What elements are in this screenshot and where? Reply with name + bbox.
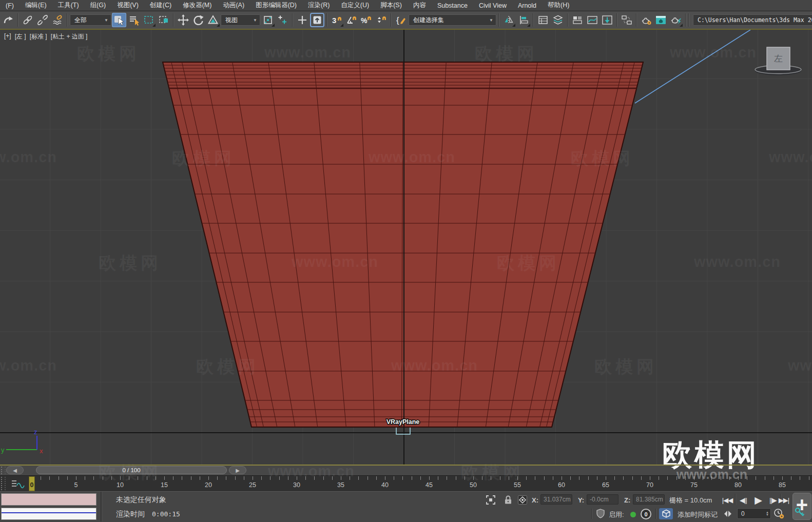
ruler-tick xyxy=(59,476,59,480)
viewcube-face-label[interactable]: 左 xyxy=(774,54,783,64)
use-pivot-center-button[interactable] xyxy=(261,13,275,27)
next-frame-arrow[interactable]: ▶ xyxy=(229,466,246,474)
keyboard-override-toggle[interactable] xyxy=(310,13,324,27)
key-mode-toggle[interactable] xyxy=(722,508,734,519)
menu-item-15[interactable]: Arnold xyxy=(512,2,542,9)
select-object-button[interactable] xyxy=(112,13,126,27)
time-configuration-button[interactable] xyxy=(773,508,785,520)
select-and-move-button[interactable] xyxy=(176,13,190,27)
menu-item-7[interactable]: 动画(A) xyxy=(217,1,250,10)
toggle-scene-explorer-button[interactable] xyxy=(536,13,550,27)
selection-lock-toggle[interactable] xyxy=(502,494,514,506)
ruler-tick xyxy=(667,476,668,480)
play-button[interactable]: ▶ xyxy=(750,494,766,506)
select-and-link-button[interactable] xyxy=(21,13,35,27)
named-selection-set-dropdown[interactable]: 创建选择集 ▼ xyxy=(409,14,496,26)
menu-item-8[interactable]: 图形编辑器(D) xyxy=(250,1,302,10)
curve-editor-button[interactable] xyxy=(585,13,600,27)
light-helper-line[interactable] xyxy=(635,30,750,103)
viewport-general-menu[interactable]: [+] xyxy=(4,32,11,41)
frame-spinner[interactable]: ▲▼ xyxy=(766,511,769,516)
add-time-tag-label[interactable]: 添加时间标记 xyxy=(678,510,718,519)
timeline-ruler[interactable]: 0510152025303540455055606570758085 xyxy=(0,475,812,491)
isolate-selection-toggle[interactable] xyxy=(485,494,497,506)
viewport-standard-menu[interactable]: [标准 ] xyxy=(30,32,47,41)
select-and-rotate-button[interactable] xyxy=(191,13,205,27)
ruler-label-30: 30 xyxy=(293,481,300,489)
coordinate-system-value: 视图 xyxy=(225,16,238,25)
selection-filter-dropdown[interactable]: 全部 ▼ xyxy=(70,14,111,26)
redo-button[interactable] xyxy=(1,13,15,27)
notification-badge[interactable]: 0 xyxy=(641,509,651,519)
menu-item-0[interactable]: (F) xyxy=(0,2,20,9)
select-and-place-button[interactable] xyxy=(276,13,290,27)
rectangular-selection-region-button[interactable] xyxy=(142,13,156,27)
unlink-selection-button[interactable] xyxy=(35,13,50,27)
mini-curve-editor-button[interactable] xyxy=(6,477,29,490)
material-editor-button[interactable] xyxy=(620,13,634,27)
edit-named-selection-sets-button[interactable]: { xyxy=(394,13,408,27)
viewport-pov-menu[interactable]: [左 ] xyxy=(15,32,26,41)
render-production-button[interactable] xyxy=(669,13,683,27)
menu-item-5[interactable]: 创建(C) xyxy=(144,1,177,10)
previous-frame-button[interactable]: ◀|| xyxy=(737,494,749,506)
go-to-start-button[interactable]: |◀◀ xyxy=(721,494,734,506)
viewport-left[interactable]: 左 y z x VRayPlane [+] [左 ] [标准 ] [粘土 + 边… xyxy=(0,30,812,465)
object-name-label[interactable]: VRayPlane xyxy=(386,418,420,426)
menu-item-1[interactable]: 编辑(E) xyxy=(20,1,52,10)
previous-frame-arrow[interactable]: ◀ xyxy=(6,466,24,474)
trackbar-grab-handle[interactable] xyxy=(1,467,6,474)
bind-to-space-warp-button[interactable] xyxy=(50,13,65,27)
schematic-view-button[interactable] xyxy=(600,13,614,27)
maximize-viewport-toggle-button[interactable]: + xyxy=(792,493,811,520)
coordinate-system-dropdown[interactable]: 视图 ▼ xyxy=(221,14,260,26)
align-button[interactable] xyxy=(516,13,531,27)
select-and-manipulate-button[interactable] xyxy=(295,13,310,27)
menu-item-9[interactable]: 渲染(R) xyxy=(302,1,335,10)
ruler-grab-handle[interactable] xyxy=(1,477,6,490)
z-coordinate-field[interactable]: 81.385cm xyxy=(633,494,665,505)
project-folder-dropdown[interactable]: C:\Users\Han\Documents\3ds Max 2022 ▼ xyxy=(693,14,812,26)
current-frame-field[interactable]: 0 ▲▼ xyxy=(737,508,771,519)
window-crossing-toggle[interactable] xyxy=(157,13,171,27)
ruler-label-25: 25 xyxy=(249,481,256,489)
select-and-scale-button[interactable] xyxy=(206,13,220,27)
menu-item-3[interactable]: 组(G) xyxy=(85,1,112,10)
maxscript-macro-recorder[interactable] xyxy=(1,493,96,506)
time-slider[interactable]: 0 / 100 xyxy=(36,466,227,474)
angle-snap-toggle[interactable] xyxy=(344,13,359,27)
menu-item-4[interactable]: 视图(V) xyxy=(111,1,144,10)
percent-snap-toggle[interactable]: % xyxy=(359,13,374,27)
menu-item-12[interactable]: 内容 xyxy=(408,1,432,10)
vrayplane-gizmo[interactable] xyxy=(396,428,410,434)
ruler-tick xyxy=(553,476,553,480)
menu-item-14[interactable]: Civil View xyxy=(473,2,512,9)
menu-item-6[interactable]: 修改器(M) xyxy=(177,1,217,10)
render-setup-button[interactable] xyxy=(639,13,653,27)
time-slider-track[interactable]: ◀ 0 / 100 ▶ xyxy=(0,466,812,475)
status-prompt: 未选定任何对象 xyxy=(116,495,166,505)
y-coordinate-field[interactable]: -0.0cm xyxy=(587,494,618,505)
scene-security-shield-icon[interactable] xyxy=(594,508,607,520)
x-coordinate-field[interactable]: 31.037cm xyxy=(540,494,572,505)
viewcube[interactable]: 左 xyxy=(755,47,801,75)
viewport-shading-menu[interactable]: [粘土 + 边面 ] xyxy=(51,32,88,41)
menu-item-13[interactable]: Substance xyxy=(432,2,473,9)
absolute-mode-transform-toggle[interactable] xyxy=(516,494,529,506)
menu-item-11[interactable]: 脚本(S) xyxy=(375,1,408,10)
maxscript-mini-listener[interactable] xyxy=(1,508,96,520)
mirror-button[interactable] xyxy=(501,13,516,27)
rendered-frame-window-button[interactable] xyxy=(654,13,668,27)
toggle-layer-explorer-button[interactable] xyxy=(551,13,565,27)
ruler-tick xyxy=(208,476,209,480)
vrayplane-object[interactable] xyxy=(163,62,643,427)
menu-item-16[interactable]: 帮助(H) xyxy=(542,1,575,10)
select-by-name-button[interactable] xyxy=(127,13,141,27)
snap-toggle-3d-button[interactable]: 3 xyxy=(330,13,344,27)
go-to-end-button[interactable]: ▶▶| xyxy=(777,494,790,506)
spinner-snap-toggle[interactable] xyxy=(374,13,389,27)
menu-item-2[interactable]: 工具(T) xyxy=(52,1,85,10)
toggle-ribbon-button[interactable] xyxy=(570,13,585,27)
time-tag-cube-button[interactable] xyxy=(659,508,673,519)
menu-item-10[interactable]: 自定义(U) xyxy=(335,1,375,10)
